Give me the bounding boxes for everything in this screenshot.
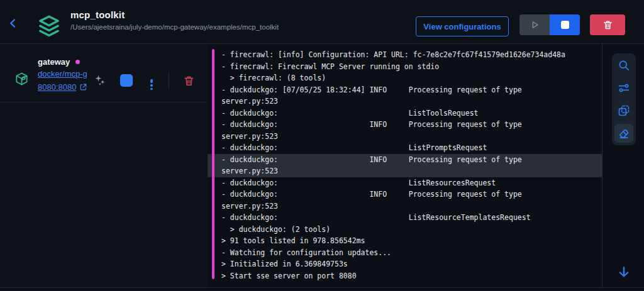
arrow-down-icon (616, 265, 631, 280)
more-options-button[interactable] (147, 74, 156, 87)
log-line: - duckduckgo: INFO Processing request of… (208, 154, 602, 166)
ai-sparkles-button[interactable] (94, 74, 106, 87)
stop-button[interactable] (550, 14, 580, 35)
log-line: - firecrawl: [info] Configuration: API U… (208, 49, 602, 61)
service-delete-button[interactable] (182, 74, 196, 87)
log-line: - firecrawl: Firecrawl MCP Server runnin… (208, 61, 602, 73)
log-line: - duckduckgo: [07/05/25 18:32:44] INFO P… (208, 84, 602, 96)
log-panel: - firecrawl: [info] Configuration: API U… (208, 44, 602, 288)
log-line: > 91 tools listed in 978.856542ms (208, 235, 602, 247)
log-line: - duckduckgo: INFO Processing request of… (208, 189, 602, 200)
filter-logs-button[interactable] (614, 79, 633, 97)
sparkles-icon (94, 74, 106, 87)
log-accent-line (212, 49, 214, 279)
service-stop-button[interactable] (120, 74, 133, 87)
image-link[interactable]: docker/mcp-g (38, 69, 93, 79)
play-icon (530, 20, 540, 30)
play-button[interactable] (519, 14, 550, 35)
right-rail (602, 44, 644, 288)
log-line: > firecrawl: (8 tools) (208, 72, 602, 84)
log-line: - duckduckgo: INFO Processing request of… (208, 119, 602, 131)
log-line: server.py:523 (208, 165, 602, 177)
external-link-icon (79, 83, 87, 91)
search-logs-button[interactable] (614, 56, 633, 75)
log-line: > duckduckgo: (2 tools) (208, 224, 602, 236)
filter-sliders-icon (618, 82, 630, 94)
bottom-border (0, 287, 644, 288)
scroll-to-bottom-button[interactable] (616, 264, 632, 280)
header-titles: mcp_toolkit /Users/ajeetsraina/july-demo… (70, 9, 279, 31)
log-line: server.py:523 (208, 96, 602, 107)
services-sidebar: gateway docker/mcp-g 8080:8080 (0, 44, 208, 288)
service-name: gateway (38, 57, 80, 67)
trash-icon (183, 75, 195, 87)
eraser-icon (618, 127, 630, 140)
view-configurations-button[interactable]: View configurations (416, 16, 509, 36)
log-line: - Watching for configuration updates... (208, 247, 602, 259)
status-dot (75, 60, 80, 64)
log-line: > Initialized in 6.369849753s (208, 258, 602, 270)
run-stop-segmented-control (519, 14, 580, 35)
log-line: server.py:523 (208, 131, 602, 143)
service-row-gateway: gateway docker/mcp-g 8080:8080 (0, 44, 208, 102)
service-name-label: gateway (38, 57, 70, 67)
stack-logo-icon (36, 14, 62, 39)
trash-icon (602, 19, 613, 30)
log-output[interactable]: - firecrawl: [info] Configuration: API U… (208, 49, 602, 282)
clear-logs-button[interactable] (614, 124, 633, 143)
kebab-menu-icon (150, 79, 153, 82)
log-line: - duckduckgo: ListResourcesRequest (208, 177, 602, 189)
container-cube-icon (14, 72, 29, 86)
log-line: > Start sse server on port 8080 (208, 270, 602, 282)
copy-logs-button[interactable] (614, 101, 633, 120)
log-line: server.py:523 (208, 200, 602, 212)
actions-divider (169, 72, 169, 89)
app-window: mcp_toolkit /Users/ajeetsraina/july-demo… (0, 0, 644, 291)
search-icon (618, 59, 630, 72)
port-link[interactable]: 8080:8080 (38, 82, 76, 92)
header: mcp_toolkit /Users/ajeetsraina/july-demo… (0, 0, 644, 44)
back-button[interactable] (6, 16, 20, 30)
port-row: 8080:8080 (38, 82, 87, 92)
stop-icon (561, 21, 569, 29)
project-path: /Users/ajeetsraina/july-demo/mcp-gateway… (70, 23, 279, 31)
log-line: - duckduckgo: ListResourceTemplatesReque… (208, 212, 602, 224)
delete-button[interactable] (590, 14, 625, 35)
log-line: - duckduckgo: ListToolsRequest (208, 107, 602, 119)
copy-dashed-icon (618, 104, 630, 117)
chevron-left-icon (6, 16, 20, 30)
page-title: mcp_toolkit (70, 9, 279, 20)
log-toolbar (612, 53, 636, 145)
log-line: - duckduckgo: ListPromptsRequest (208, 142, 602, 154)
